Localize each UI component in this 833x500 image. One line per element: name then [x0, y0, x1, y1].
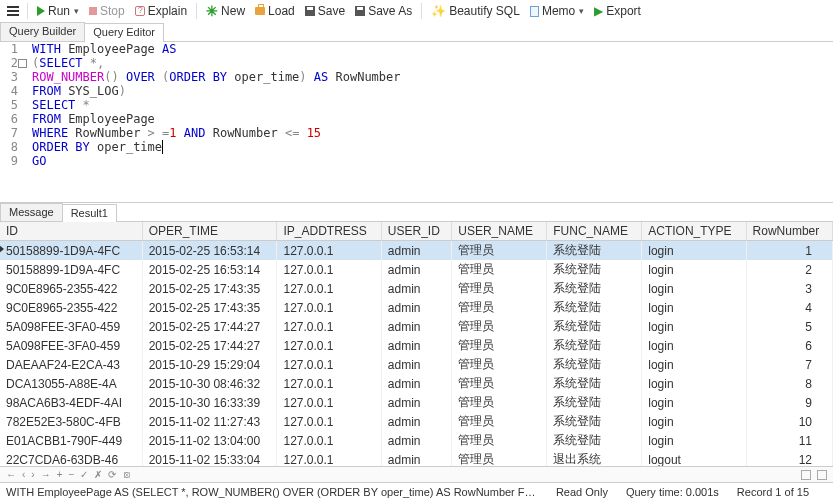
table-row[interactable]: 50158899-1D9A-4FC2015-02-25 16:53:14127.…: [0, 260, 833, 279]
table-row[interactable]: DCA13055-A88E-4A2015-10-30 08:46:32127.0…: [0, 374, 833, 393]
table-row[interactable]: DAEAAF24-E2CA-432015-10-29 15:29:04127.0…: [0, 355, 833, 374]
cell[interactable]: admin: [381, 450, 451, 466]
tab-result1[interactable]: Result1: [62, 204, 117, 222]
column-header[interactable]: USER_ID: [381, 222, 451, 241]
nav-prev-icon[interactable]: ‹: [22, 469, 25, 480]
chevron-down-icon[interactable]: ▾: [74, 6, 79, 16]
nav-first-icon[interactable]: ←: [6, 469, 16, 480]
cell[interactable]: 50158899-1D9A-4FC: [0, 260, 142, 279]
cell[interactable]: 2015-10-29 15:29:04: [142, 355, 277, 374]
save-as-button[interactable]: Save As: [351, 2, 416, 20]
cell[interactable]: DCA13055-A88E-4A: [0, 374, 142, 393]
cell[interactable]: 管理员: [452, 298, 547, 317]
cell[interactable]: 127.0.0.1: [277, 450, 381, 466]
cell[interactable]: 2015-02-25 17:43:35: [142, 298, 277, 317]
cell[interactable]: admin: [381, 374, 451, 393]
table-row[interactable]: 5A098FEE-3FA0-4592015-02-25 17:44:27127.…: [0, 336, 833, 355]
cell[interactable]: 管理员: [452, 374, 547, 393]
cell[interactable]: 3: [746, 279, 832, 298]
cell[interactable]: admin: [381, 355, 451, 374]
tab-query-editor[interactable]: Query Editor: [84, 23, 164, 42]
grid-view-icon[interactable]: [801, 470, 811, 480]
run-button[interactable]: Run▾: [33, 2, 83, 20]
cell[interactable]: 管理员: [452, 317, 547, 336]
cell[interactable]: login: [642, 355, 746, 374]
cell[interactable]: login: [642, 317, 746, 336]
cell[interactable]: admin: [381, 317, 451, 336]
cell[interactable]: 系统登陆: [547, 355, 642, 374]
cell[interactable]: 5: [746, 317, 832, 336]
cell[interactable]: 管理员: [452, 450, 547, 466]
cell[interactable]: 管理员: [452, 260, 547, 279]
form-view-icon[interactable]: [817, 470, 827, 480]
table-row[interactable]: 782E52E3-580C-4FB2015-11-02 11:27:43127.…: [0, 412, 833, 431]
cell[interactable]: 管理员: [452, 355, 547, 374]
cell[interactable]: 127.0.0.1: [277, 260, 381, 279]
cell[interactable]: login: [642, 374, 746, 393]
cell[interactable]: 2015-11-02 15:33:04: [142, 450, 277, 466]
cell[interactable]: login: [642, 241, 746, 261]
cell[interactable]: 782E52E3-580C-4FB: [0, 412, 142, 431]
stop-button[interactable]: Stop: [85, 2, 129, 20]
cell[interactable]: 系统登陆: [547, 298, 642, 317]
cell[interactable]: 2015-02-25 16:53:14: [142, 241, 277, 261]
hamburger-menu-icon[interactable]: [4, 2, 22, 20]
table-row[interactable]: 98ACA6B3-4EDF-4AI2015-10-30 16:33:39127.…: [0, 393, 833, 412]
cell[interactable]: 8: [746, 374, 832, 393]
cell[interactable]: 127.0.0.1: [277, 355, 381, 374]
tab-message[interactable]: Message: [0, 203, 63, 221]
cell[interactable]: login: [642, 393, 746, 412]
cell[interactable]: 管理员: [452, 431, 547, 450]
cell[interactable]: 127.0.0.1: [277, 279, 381, 298]
nav-refresh-icon[interactable]: ⟳: [108, 469, 116, 480]
cell[interactable]: logout: [642, 450, 746, 466]
cell[interactable]: 管理员: [452, 393, 547, 412]
cell[interactable]: 系统登陆: [547, 241, 642, 261]
cell[interactable]: 127.0.0.1: [277, 393, 381, 412]
cell[interactable]: 6: [746, 336, 832, 355]
cell[interactable]: 退出系统: [547, 450, 642, 466]
cell[interactable]: 9C0E8965-2355-422: [0, 298, 142, 317]
chevron-down-icon[interactable]: ▾: [579, 6, 584, 16]
export-button[interactable]: ▶Export: [590, 2, 645, 20]
cell[interactable]: login: [642, 336, 746, 355]
cell[interactable]: admin: [381, 393, 451, 412]
cell[interactable]: 12: [746, 450, 832, 466]
nav-stop-icon[interactable]: ⦻: [122, 469, 132, 480]
cell[interactable]: 9: [746, 393, 832, 412]
cell[interactable]: DAEAAF24-E2CA-43: [0, 355, 142, 374]
cell[interactable]: 10: [746, 412, 832, 431]
cell[interactable]: login: [642, 412, 746, 431]
cell[interactable]: 系统登陆: [547, 260, 642, 279]
column-header[interactable]: IP_ADDTRESS: [277, 222, 381, 241]
save-button[interactable]: Save: [301, 2, 349, 20]
cell[interactable]: 5A098FEE-3FA0-459: [0, 336, 142, 355]
cell[interactable]: 1: [746, 241, 832, 261]
cell[interactable]: login: [642, 298, 746, 317]
cell[interactable]: 2015-11-02 11:27:43: [142, 412, 277, 431]
column-header[interactable]: OPER_TIME: [142, 222, 277, 241]
load-button[interactable]: Load: [251, 2, 299, 20]
sql-editor[interactable]: 123456789 WITH EmployeePage AS(SELECT *,…: [0, 42, 833, 202]
cell[interactable]: 11: [746, 431, 832, 450]
table-row[interactable]: 9C0E8965-2355-4222015-02-25 17:43:35127.…: [0, 279, 833, 298]
cell[interactable]: 管理员: [452, 412, 547, 431]
cell[interactable]: login: [642, 279, 746, 298]
cell[interactable]: 管理员: [452, 241, 547, 261]
cell[interactable]: 2015-02-25 17:44:27: [142, 317, 277, 336]
cell[interactable]: 127.0.0.1: [277, 412, 381, 431]
cell[interactable]: 管理员: [452, 279, 547, 298]
cell[interactable]: 127.0.0.1: [277, 317, 381, 336]
cell[interactable]: 系统登陆: [547, 412, 642, 431]
nav-delete-icon[interactable]: −: [69, 469, 75, 480]
cell[interactable]: 127.0.0.1: [277, 298, 381, 317]
cell[interactable]: 2015-02-25 16:53:14: [142, 260, 277, 279]
column-header[interactable]: ID: [0, 222, 142, 241]
cell[interactable]: 系统登陆: [547, 317, 642, 336]
cell[interactable]: E01ACBB1-790F-449: [0, 431, 142, 450]
new-button[interactable]: ✳New: [202, 2, 249, 20]
column-header[interactable]: USER_NAME: [452, 222, 547, 241]
cell[interactable]: 9C0E8965-2355-422: [0, 279, 142, 298]
cell[interactable]: 系统登陆: [547, 336, 642, 355]
cell[interactable]: 2015-02-25 17:43:35: [142, 279, 277, 298]
